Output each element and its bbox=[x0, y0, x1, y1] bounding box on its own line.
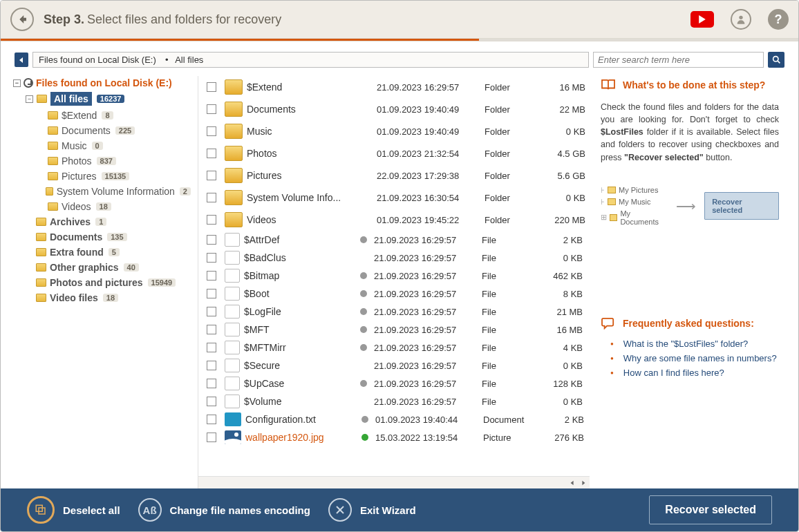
scroll-left-icon[interactable] bbox=[567, 478, 577, 488]
file-name[interactable]: $Bitmap bbox=[244, 270, 353, 281]
file-name[interactable]: Music bbox=[247, 126, 356, 137]
tree-item[interactable]: Extra found5 bbox=[13, 245, 191, 260]
table-row[interactable]: $AttrDef21.09.2023 16:29:57File2 KB bbox=[198, 231, 590, 249]
tree-item[interactable]: Archives1 bbox=[13, 214, 191, 229]
chat-icon bbox=[601, 317, 616, 330]
tree-item[interactable]: Videos18 bbox=[13, 199, 191, 214]
file-name[interactable]: $MFT bbox=[244, 324, 353, 335]
tree-item[interactable]: Photos and pictures15949 bbox=[13, 275, 191, 290]
file-name[interactable]: $Secure bbox=[244, 360, 353, 371]
row-checkbox[interactable] bbox=[207, 82, 216, 92]
table-row[interactable]: $BadClus21.09.2023 16:29:57File0 KB bbox=[198, 249, 590, 267]
tree-item[interactable]: $Extend8 bbox=[13, 108, 191, 123]
file-name[interactable]: System Volume Info... bbox=[247, 192, 356, 203]
file-icon bbox=[225, 251, 240, 265]
row-checkbox[interactable] bbox=[207, 215, 216, 225]
row-checkbox[interactable] bbox=[207, 307, 216, 316]
file-name[interactable]: wallpaper1920.jpg bbox=[245, 432, 355, 443]
row-checkbox[interactable] bbox=[207, 343, 216, 352]
row-checkbox[interactable] bbox=[207, 289, 216, 298]
tree-item[interactable]: Documents225 bbox=[13, 123, 191, 138]
account-button[interactable] bbox=[731, 9, 751, 30]
youtube-button[interactable] bbox=[690, 11, 714, 28]
recover-selected-button[interactable]: Recover selected bbox=[649, 495, 772, 524]
table-row[interactable]: $Extend21.09.2023 16:29:57Folder16 MB bbox=[198, 76, 590, 98]
file-name[interactable]: Documents bbox=[247, 104, 356, 115]
file-type: File bbox=[482, 325, 537, 335]
file-name[interactable]: $LogFile bbox=[244, 306, 353, 317]
table-row[interactable]: Videos01.09.2023 19:45:22Folder220 MB bbox=[198, 209, 590, 231]
file-name[interactable]: $Volume bbox=[244, 396, 353, 407]
tree-item[interactable]: Photos837 bbox=[13, 153, 191, 169]
row-checkbox[interactable] bbox=[207, 149, 216, 158]
row-checkbox[interactable] bbox=[207, 126, 216, 136]
row-checkbox[interactable] bbox=[207, 325, 216, 334]
deselect-all-button[interactable]: Deselect all bbox=[27, 496, 120, 524]
search-input[interactable] bbox=[593, 52, 764, 68]
change-encoding-button[interactable]: Aß Change file names encoding bbox=[138, 498, 310, 522]
row-checkbox[interactable] bbox=[207, 415, 216, 424]
tree-item[interactable]: Other graphics40 bbox=[13, 260, 191, 275]
file-name[interactable]: Videos bbox=[247, 214, 356, 225]
file-icon bbox=[225, 323, 240, 336]
help-button[interactable]: ? bbox=[768, 9, 789, 30]
row-checkbox[interactable] bbox=[207, 104, 216, 114]
row-checkbox[interactable] bbox=[207, 235, 216, 245]
back-button[interactable] bbox=[10, 8, 34, 31]
file-name[interactable]: Pictures bbox=[247, 170, 356, 181]
table-row[interactable]: System Volume Info...21.09.2023 16:30:54… bbox=[198, 187, 590, 209]
file-name[interactable]: Configuration.txt bbox=[245, 414, 355, 425]
table-row[interactable]: $MFT21.09.2023 16:29:57File16 MB bbox=[198, 321, 590, 339]
file-name[interactable]: $UpCase bbox=[244, 378, 353, 389]
scroll-right-icon[interactable] bbox=[579, 478, 588, 488]
file-name[interactable]: $BadClus bbox=[244, 252, 353, 263]
search-button[interactable] bbox=[768, 52, 784, 68]
table-row[interactable]: $MFTMirr21.09.2023 16:29:57File4 KB bbox=[198, 339, 590, 357]
faq-item[interactable]: How can I find files here? bbox=[601, 365, 779, 380]
file-name[interactable]: $Boot bbox=[244, 288, 353, 299]
tree-item[interactable]: Music0 bbox=[13, 138, 191, 153]
file-name[interactable]: $Extend bbox=[247, 82, 356, 93]
table-row[interactable]: $Volume21.09.2023 16:29:57File0 KB bbox=[198, 392, 590, 410]
row-checkbox[interactable] bbox=[207, 397, 216, 406]
exit-wizard-button[interactable]: Exit Wizard bbox=[328, 498, 416, 522]
row-checkbox[interactable] bbox=[207, 271, 216, 281]
table-row[interactable]: wallpaper1920.jpg15.03.2022 13:19:54Pict… bbox=[198, 428, 590, 446]
table-row[interactable]: $Bitmap21.09.2023 16:29:57File462 KB bbox=[198, 267, 590, 285]
row-checkbox[interactable] bbox=[207, 253, 216, 263]
faq-item[interactable]: What is the "$LostFiles" folder? bbox=[601, 336, 779, 351]
file-date: 21.09.2023 16:29:57 bbox=[374, 235, 478, 245]
row-checkbox[interactable] bbox=[207, 433, 216, 442]
folder-icon bbox=[225, 102, 243, 117]
table-row[interactable]: $UpCase21.09.2023 16:29:57File128 KB bbox=[198, 374, 590, 392]
file-name[interactable]: $MFTMirr bbox=[244, 342, 353, 353]
row-checkbox[interactable] bbox=[207, 379, 216, 388]
row-checkbox[interactable] bbox=[207, 193, 216, 202]
horizontal-scrollbar[interactable] bbox=[198, 476, 590, 488]
collapse-icon[interactable]: − bbox=[13, 79, 21, 87]
faq-item[interactable]: Why are some file names in numbers? bbox=[601, 351, 779, 365]
file-name[interactable]: $AttrDef bbox=[244, 234, 353, 245]
status-indicator bbox=[360, 380, 367, 387]
breadcrumb[interactable]: Files found on Local Disk (E:) • All fil… bbox=[32, 52, 589, 68]
tree-root[interactable]: − Files found on Local Disk (E:) bbox=[13, 76, 191, 90]
table-row[interactable]: $Boot21.09.2023 16:29:57File8 KB bbox=[198, 285, 590, 303]
table-row[interactable]: $Secure21.09.2023 16:29:57File0 KB bbox=[198, 357, 590, 374]
tree-item[interactable]: System Volume Information2 bbox=[13, 184, 191, 199]
tree-item[interactable]: Pictures15135 bbox=[13, 169, 191, 184]
table-row[interactable]: Configuration.txt01.09.2023 19:40:44Docu… bbox=[198, 410, 590, 428]
tree-item[interactable]: Documents135 bbox=[13, 229, 191, 245]
collapse-icon[interactable]: − bbox=[26, 95, 33, 103]
table-row[interactable]: Documents01.09.2023 19:40:49Folder22 MB bbox=[198, 98, 590, 120]
file-name[interactable]: Photos bbox=[247, 148, 356, 159]
row-checkbox[interactable] bbox=[207, 171, 216, 180]
table-row[interactable]: Pictures22.09.2023 17:29:38Folder5.6 GB bbox=[198, 164, 590, 187]
file-date: 21.09.2023 16:29:57 bbox=[374, 289, 478, 299]
table-row[interactable]: Music01.09.2023 19:40:49Folder0 KB bbox=[198, 120, 590, 142]
table-row[interactable]: Photos01.09.2023 21:32:54Folder4.5 GB bbox=[198, 142, 590, 164]
breadcrumb-back-button[interactable] bbox=[15, 53, 28, 67]
row-checkbox[interactable] bbox=[207, 361, 216, 370]
tree-item[interactable]: Video files18 bbox=[13, 290, 191, 305]
tree-item-all-files[interactable]: − All files 16237 bbox=[13, 90, 191, 108]
table-row[interactable]: $LogFile21.09.2023 16:29:57File21 MB bbox=[198, 303, 590, 321]
